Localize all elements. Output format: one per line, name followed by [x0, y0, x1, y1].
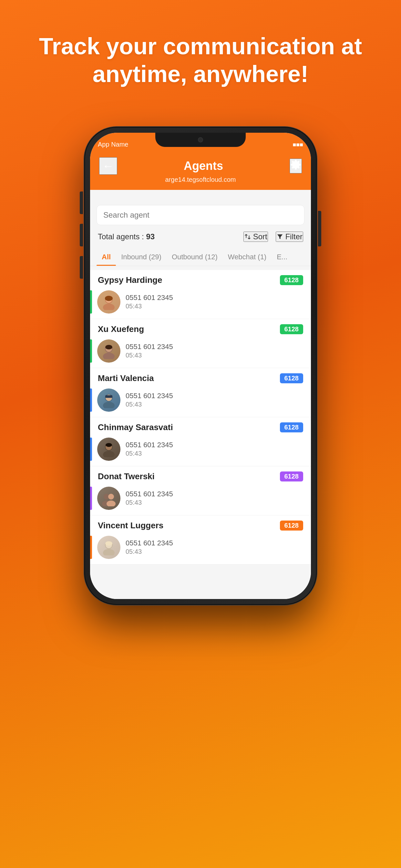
- agent-info: 0551 601 2345 05:43: [126, 490, 173, 506]
- avatar: [97, 339, 120, 363]
- tab-outbound[interactable]: Outbound (12): [166, 248, 223, 266]
- tabs-row: All Inbound (29) Outbound (12) Webchat (…: [90, 248, 311, 266]
- agent-badge: 6128: [280, 373, 304, 383]
- agent-badge: 6128: [280, 275, 304, 285]
- phone-notch: [155, 133, 246, 147]
- agent-name: Gypsy Hardinge: [98, 275, 162, 285]
- agent-time: 05:43: [126, 450, 173, 457]
- agent-name: Xu Xuefeng: [98, 324, 144, 334]
- svg-point-15: [105, 443, 112, 447]
- agent-info: 0551 601 2345 05:43: [126, 441, 173, 457]
- svg-point-1: [103, 304, 115, 310]
- agent-info: 0551 601 2345 05:43: [126, 343, 173, 359]
- svg-point-5: [103, 352, 115, 359]
- agent-time: 05:43: [126, 548, 173, 555]
- svg-point-7: [105, 345, 112, 349]
- agent-list: Gypsy Hardinge 6128: [90, 270, 311, 564]
- agent-phone: 0551 601 2345: [126, 392, 173, 400]
- tab-inbound[interactable]: Inbound (29): [116, 248, 166, 266]
- agent-badge: 6128: [280, 521, 304, 531]
- svg-point-21: [103, 549, 115, 555]
- avatar: [97, 487, 120, 510]
- agent-time: 05:43: [126, 401, 173, 408]
- agent-info: 0551 601 2345 05:43: [126, 392, 173, 408]
- tab-webchat[interactable]: Webchat (1): [223, 248, 272, 266]
- svg-rect-11: [105, 395, 112, 398]
- agent-name: Donat Twerski: [98, 471, 155, 482]
- agent-name: Vincent Luggers: [98, 521, 163, 531]
- content-area: Total agents : 93 Sort Filter: [90, 197, 311, 599]
- total-agents-label: Total agents : 93: [98, 232, 155, 241]
- agent-info: 0551 601 2345 05:43: [126, 293, 173, 310]
- status-bar-indicator: [90, 438, 92, 461]
- status-bar-indicator: [90, 389, 92, 412]
- sort-button[interactable]: Sort: [243, 231, 268, 242]
- agent-time: 05:43: [126, 352, 173, 359]
- agent-time: 05:43: [126, 499, 173, 506]
- agent-name: Marti Valencia: [98, 373, 154, 383]
- status-app-name: App Name: [98, 141, 128, 148]
- svg-point-17: [108, 494, 114, 500]
- sort-label: Sort: [253, 232, 267, 241]
- svg-point-3: [105, 296, 113, 301]
- camera-dot: [198, 137, 203, 143]
- avatar: [97, 389, 120, 412]
- agent-item[interactable]: Gypsy Hardinge 6128: [90, 270, 311, 319]
- status-bar-indicator: [90, 339, 92, 363]
- agent-info: 0551 601 2345 05:43: [126, 539, 173, 555]
- status-bar-indicator: [90, 290, 92, 314]
- agent-name: Chinmay Sarasvati: [98, 423, 173, 432]
- agent-badge: 6128: [280, 471, 304, 482]
- filter-button[interactable]: Filter: [276, 231, 303, 242]
- agent-item[interactable]: Donat Twerski 6128: [90, 466, 311, 516]
- agent-item[interactable]: Vincent Luggers 6128: [90, 516, 311, 564]
- avatar: [97, 536, 120, 559]
- agent-phone: 0551 601 2345: [126, 441, 173, 449]
- search-bar-container[interactable]: [96, 205, 305, 225]
- agent-phone: 0551 601 2345: [126, 539, 173, 547]
- app-header: ← Agents arge14.tegsoftcloud.com: [90, 151, 311, 190]
- agent-item[interactable]: Marti Valencia 6128: [90, 368, 311, 417]
- back-button[interactable]: ←: [99, 157, 117, 175]
- settings-button[interactable]: [289, 159, 302, 174]
- headline-line1: Track your communication at: [39, 33, 362, 59]
- agent-phone: 0551 601 2345: [126, 293, 173, 302]
- phone-screen: App Name ■■■ ← Agents arge14.tegsoftclou…: [90, 133, 311, 599]
- svg-point-23: [105, 541, 112, 546]
- header-title: Agents: [184, 159, 223, 173]
- svg-point-13: [103, 451, 115, 457]
- agent-badge: 6128: [280, 423, 304, 432]
- headline-line2: anytime, anywhere!: [93, 61, 308, 87]
- agent-item[interactable]: Xu Xuefeng 6128: [90, 319, 311, 368]
- tab-extra[interactable]: E...: [272, 248, 292, 266]
- agent-time: 05:43: [126, 303, 173, 310]
- phone-mockup: App Name ■■■ ← Agents arge14.tegsoftclou…: [84, 127, 317, 605]
- header-subtitle: arge14.tegsoftcloud.com: [165, 176, 236, 183]
- headline: Track your communication at anytime, any…: [13, 32, 388, 88]
- agent-phone: 0551 601 2345: [126, 343, 173, 351]
- agent-badge: 6128: [280, 324, 304, 334]
- agent-phone: 0551 601 2345: [126, 490, 173, 498]
- stats-row: Total agents : 93 Sort Filter: [90, 225, 311, 248]
- filter-label: Filter: [285, 232, 303, 241]
- status-bar-indicator: [90, 487, 92, 510]
- agent-item[interactable]: Chinmay Sarasvati 6128: [90, 417, 311, 466]
- search-input[interactable]: [103, 211, 298, 220]
- avatar: [97, 290, 120, 314]
- status-bar-indicator: [90, 536, 92, 559]
- avatar: [97, 438, 120, 461]
- tab-all[interactable]: All: [96, 248, 116, 266]
- status-battery: ■■■: [292, 142, 303, 148]
- svg-point-9: [103, 402, 115, 408]
- agents-count: 93: [146, 232, 155, 241]
